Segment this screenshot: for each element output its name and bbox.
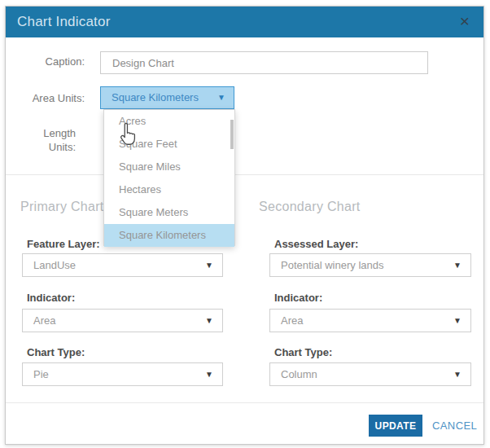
- secondary-indicator-select[interactable]: Area ▼: [269, 309, 471, 332]
- dropdown-option-square-miles[interactable]: Square Miles: [104, 156, 234, 178]
- assessed-layer-value: Potential winery lands: [281, 254, 383, 276]
- secondary-chart-type-value: Column: [281, 363, 317, 385]
- dropdown-option-square-meters[interactable]: Square Meters: [104, 201, 234, 224]
- assessed-layer-select[interactable]: Potential winery lands ▼: [269, 253, 471, 277]
- section-divider: [6, 174, 483, 175]
- dropdown-option-square-kilometers[interactable]: Square Kilometers: [104, 224, 234, 247]
- chevron-down-icon: ▼: [453, 254, 462, 276]
- secondary-indicator-label: Indicator:: [274, 292, 322, 304]
- area-units-value: Square Kilometers: [112, 87, 199, 108]
- primary-chart-type-select[interactable]: Pie ▼: [22, 362, 223, 386]
- chevron-down-icon: ▼: [217, 87, 225, 108]
- chevron-down-icon: ▼: [205, 254, 213, 276]
- caption-label: Caption:: [22, 55, 85, 68]
- dropdown-option-acres[interactable]: Acres: [104, 110, 234, 133]
- chevron-down-icon: ▼: [453, 310, 462, 332]
- primary-chart-heading: Primary Chart: [20, 200, 104, 214]
- secondary-chart-type-label: Chart Type:: [274, 346, 332, 358]
- chevron-down-icon: ▼: [205, 310, 213, 332]
- feature-layer-label: Feature Layer:: [27, 238, 100, 250]
- dialog-title: Chart Indicator: [17, 7, 111, 37]
- caption-input[interactable]: [100, 51, 428, 74]
- primary-chart-type-value: Pie: [33, 363, 49, 385]
- close-icon[interactable]: ×: [454, 11, 475, 32]
- dropdown-option-hectares[interactable]: Hectares: [104, 178, 234, 201]
- chart-indicator-dialog: Chart Indicator × Caption: Area Units: S…: [5, 6, 484, 445]
- dropdown-option-square-feet[interactable]: Square Feet: [104, 133, 234, 156]
- secondary-indicator-value: Area: [281, 310, 303, 332]
- update-button[interactable]: UPDATE: [369, 415, 422, 437]
- area-units-dropdown[interactable]: Square Kilometers ▼: [100, 86, 234, 109]
- scrollbar-thumb[interactable]: [230, 120, 234, 149]
- feature-layer-select[interactable]: LandUse ▼: [22, 253, 223, 277]
- chevron-down-icon: ▼: [453, 363, 462, 385]
- units-dropdown-list: Acres Square Feet Square Miles Hectares …: [103, 109, 235, 246]
- primary-indicator-value: Area: [33, 310, 55, 332]
- chevron-down-icon: ▼: [205, 363, 213, 385]
- assessed-layer-label: Assessed Layer:: [274, 238, 358, 250]
- primary-indicator-label: Indicator:: [27, 292, 75, 304]
- primary-indicator-select[interactable]: Area ▼: [22, 309, 223, 332]
- dialog-header: Chart Indicator ×: [6, 7, 483, 37]
- length-units-label: Length Units:: [22, 126, 76, 154]
- footer-divider: [6, 402, 483, 403]
- secondary-chart-heading: Secondary Chart: [259, 200, 361, 214]
- secondary-chart-type-select[interactable]: Column ▼: [269, 362, 471, 386]
- cancel-button[interactable]: CANCEL: [432, 415, 477, 437]
- area-units-label: Area Units:: [22, 92, 85, 104]
- primary-chart-type-label: Chart Type:: [27, 346, 85, 358]
- feature-layer-value: LandUse: [33, 254, 76, 276]
